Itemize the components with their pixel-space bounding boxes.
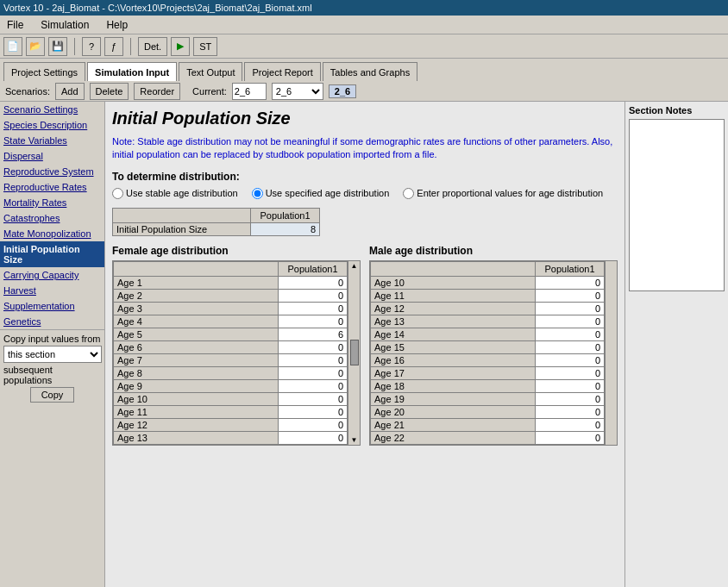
st-button[interactable]: ST [193, 37, 217, 56]
open-icon[interactable]: 📂 [26, 37, 45, 56]
pop-size-value[interactable] [251, 222, 320, 235]
male-age-input[interactable] [549, 433, 600, 443]
help-icon[interactable]: ? [82, 37, 101, 56]
sidebar-item-mate-monopolization[interactable]: Mate Monopolization [0, 226, 104, 241]
pop-size-input[interactable] [264, 224, 316, 234]
female-age-value[interactable] [279, 431, 348, 444]
sidebar-item-initial-population-size[interactable]: Initial Population Size [0, 241, 104, 267]
female-age-input[interactable] [292, 368, 343, 378]
male-age-input[interactable] [549, 407, 600, 417]
copy-button[interactable]: Copy [30, 387, 75, 403]
female-age-input[interactable] [292, 407, 343, 417]
sidebar-item-carrying-capacity[interactable]: Carrying Capacity [0, 267, 104, 283]
male-age-value[interactable] [536, 276, 605, 289]
female-age-input[interactable] [292, 342, 343, 353]
tab-project-report[interactable]: Project Report [244, 62, 320, 81]
menu-help[interactable]: Help [103, 18, 131, 32]
male-age-input[interactable] [549, 303, 600, 314]
female-age-value[interactable] [279, 379, 348, 392]
tab-simulation-input[interactable]: Simulation Input [87, 62, 177, 81]
female-age-value[interactable] [279, 418, 348, 431]
female-age-input[interactable] [292, 290, 343, 301]
male-table-scroll[interactable]: Population1 Age 10 Age 11 Age 12 Age 13 [370, 261, 605, 445]
female-scrollbar[interactable]: ▲ ▼ [348, 261, 360, 445]
function-icon[interactable]: ƒ [104, 37, 123, 56]
add-scenario-button[interactable]: Add [55, 83, 85, 100]
male-age-value[interactable] [536, 379, 605, 392]
female-age-input[interactable] [292, 329, 343, 340]
save-icon[interactable]: 💾 [48, 37, 67, 56]
female-age-input[interactable] [292, 381, 343, 391]
female-age-value[interactable] [279, 289, 348, 302]
female-table-scroll[interactable]: Population1 Age 1 Age 2 Age 3 Age 4 [113, 261, 348, 445]
sidebar-item-harvest[interactable]: Harvest [0, 283, 104, 298]
radio-specified-age-input[interactable] [252, 188, 263, 199]
reorder-scenario-button[interactable]: Reorder [134, 83, 180, 100]
section-notes-box[interactable] [629, 119, 725, 291]
tab-tables-graphs[interactable]: Tables and Graphs [323, 62, 417, 81]
female-age-input[interactable] [292, 278, 343, 288]
male-age-value[interactable] [536, 431, 605, 444]
tab-text-output[interactable]: Text Output [179, 62, 242, 81]
male-age-value[interactable] [536, 328, 605, 340]
female-age-input[interactable] [292, 420, 343, 430]
male-age-input[interactable] [549, 290, 600, 301]
menu-file[interactable]: File [3, 18, 27, 32]
female-age-input[interactable] [292, 433, 343, 443]
sidebar-item-genetics[interactable]: Genetics [0, 314, 104, 329]
radio-proportional-age[interactable]: Enter proportional values for age distri… [403, 188, 603, 199]
female-age-input[interactable] [292, 303, 343, 314]
new-icon[interactable]: 📄 [3, 37, 22, 56]
delete-scenario-button[interactable]: Delete [90, 83, 129, 100]
female-age-value[interactable] [279, 302, 348, 315]
male-age-input[interactable] [549, 316, 600, 327]
male-age-value[interactable] [536, 418, 605, 431]
copy-section-select[interactable]: this section [3, 346, 102, 363]
sidebar-item-reproductive-system[interactable]: Reproductive System [0, 164, 104, 179]
male-age-input[interactable] [549, 329, 600, 340]
scenario-dropdown[interactable]: 2_6 [272, 83, 323, 100]
male-age-value[interactable] [536, 392, 605, 405]
female-age-value[interactable] [279, 276, 348, 289]
female-age-input[interactable] [292, 394, 343, 404]
male-age-input[interactable] [549, 355, 600, 365]
male-age-input[interactable] [549, 381, 600, 391]
male-age-value[interactable] [536, 340, 605, 353]
sidebar-item-supplementation[interactable]: Supplementation [0, 298, 104, 314]
female-age-value[interactable] [279, 392, 348, 405]
male-age-input[interactable] [549, 342, 600, 353]
female-age-value[interactable] [279, 328, 348, 340]
female-age-value[interactable] [279, 315, 348, 328]
female-age-value[interactable] [279, 405, 348, 418]
male-age-value[interactable] [536, 353, 605, 366]
radio-stable-age[interactable]: Use stable age distribution [112, 188, 238, 199]
male-age-value[interactable] [536, 405, 605, 418]
female-scroll-up[interactable]: ▲ [351, 262, 358, 270]
male-age-value[interactable] [536, 366, 605, 379]
run-icon[interactable]: ▶ [171, 37, 190, 56]
det-button[interactable]: Det. [138, 37, 167, 56]
current-scenario-input[interactable] [232, 83, 267, 100]
sidebar-item-scenario-settings[interactable]: Scenario Settings [0, 102, 104, 117]
female-scroll-down[interactable]: ▼ [351, 436, 358, 444]
male-age-value[interactable] [536, 302, 605, 315]
female-scroll-thumb[interactable] [350, 340, 359, 365]
female-age-value[interactable] [279, 366, 348, 379]
radio-specified-age[interactable]: Use specified age distribution [252, 188, 390, 199]
male-age-value[interactable] [536, 315, 605, 328]
sidebar-item-reproductive-rates[interactable]: Reproductive Rates [0, 179, 104, 195]
female-age-value[interactable] [279, 353, 348, 366]
female-age-input[interactable] [292, 316, 343, 327]
male-age-input[interactable] [549, 368, 600, 378]
sidebar-item-mortality-rates[interactable]: Mortality Rates [0, 195, 104, 210]
tab-project-settings[interactable]: Project Settings [3, 62, 85, 81]
radio-proportional-age-input[interactable] [403, 188, 414, 199]
male-scrollbar[interactable] [605, 261, 617, 445]
sidebar-item-dispersal[interactable]: Dispersal [0, 148, 104, 164]
male-age-input[interactable] [549, 278, 600, 288]
female-age-value[interactable] [279, 340, 348, 353]
male-age-value[interactable] [536, 289, 605, 302]
female-age-input[interactable] [292, 355, 343, 365]
sidebar-item-state-variables[interactable]: State Variables [0, 133, 104, 148]
male-age-input[interactable] [549, 420, 600, 430]
